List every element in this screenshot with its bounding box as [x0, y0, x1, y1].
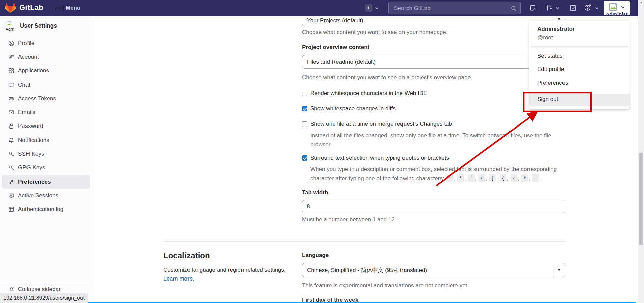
learn-more-link[interactable]: Learn more. — [163, 275, 194, 282]
sidebar-item-gpg-keys[interactable]: GPG Keys — [0, 161, 92, 175]
menu-item-preferences[interactable]: Preferences — [529, 78, 629, 90]
language-value: Chinese, Simplified - 简体中文 (95% translat… — [307, 266, 427, 274]
sidebar-item-label: Emails — [18, 109, 35, 116]
kbd-char: ` — [468, 174, 474, 182]
tab-width-input[interactable] — [302, 200, 565, 213]
sidebar-nav: Profile Account Applications Chat Access… — [0, 36, 92, 216]
sidebar-item-label: Notifications — [18, 137, 49, 144]
tab-width-label: Tab width — [302, 189, 328, 196]
chevron-down-icon[interactable] — [556, 7, 559, 10]
sidebar-item-active-sessions[interactable]: Active Sessions — [0, 189, 92, 202]
password-icon — [8, 123, 14, 129]
sidebar-item-label: Access Tokens — [18, 95, 56, 102]
avatar-username-text: Administ — [604, 11, 630, 15]
sidebar-item-applications[interactable]: Applications — [0, 64, 92, 78]
new-item-button[interactable]: + — [365, 4, 372, 12]
sidebar-title: User Settings — [20, 22, 57, 29]
menu-divider — [529, 91, 629, 91]
collapse-sidebar-label: Collapse sidebar — [18, 286, 61, 293]
project-overview-value: Files and Readme (default) — [307, 59, 376, 65]
render-whitespace-checkbox[interactable] — [302, 91, 307, 96]
menu-item-set-status[interactable]: Set status — [529, 51, 629, 63]
menu-item-edit-profile[interactable]: Edit profile — [529, 65, 629, 76]
sign-out-label: Sign out — [537, 96, 558, 103]
kbd-char: * — [521, 174, 528, 182]
sidebar-item-notifications[interactable]: Notifications — [0, 133, 92, 147]
broken-image-icon — [6, 21, 12, 27]
scrollbar-up-arrow[interactable]: ▲ — [638, 1, 644, 5]
authentication-log-icon — [8, 206, 14, 212]
todos-icon[interactable] — [570, 5, 576, 11]
one-file-at-a-time-label: Show one file at a time on merge request… — [310, 121, 452, 128]
sidebar-item-emails[interactable]: Emails — [0, 105, 92, 119]
user-handle: @root — [537, 34, 553, 41]
kbd-char: ' — [457, 174, 464, 182]
notification-dot — [589, 4, 591, 6]
sidebar-item-label: Profile — [18, 40, 34, 47]
sidebar-item-label: GPG Keys — [18, 164, 45, 171]
sidebar-item-password[interactable]: Password — [0, 119, 92, 133]
key-icon — [8, 151, 14, 157]
help-icon[interactable] — [584, 4, 591, 11]
project-overview-select[interactable]: Files and Readme (default) — [302, 55, 565, 69]
menu-item-sign-out[interactable]: Sign out — [529, 94, 629, 106]
chevron-down-icon[interactable] — [375, 7, 379, 10]
active-sessions-icon — [8, 193, 14, 199]
search-input[interactable] — [393, 4, 505, 13]
kbd-char: < — [511, 174, 517, 182]
show-whitespace-checkbox[interactable] — [302, 106, 307, 111]
one-file-at-a-time-checkbox[interactable] — [302, 121, 307, 127]
emails-icon — [8, 109, 14, 115]
localization-heading: Localization — [163, 251, 210, 260]
sidebar-item-label: Account — [18, 54, 39, 60]
surround-selection-checkbox[interactable] — [302, 155, 307, 161]
sidebar-item-profile[interactable]: Profile — [0, 36, 92, 50]
user-full-name: Administrator — [537, 26, 575, 32]
sidebar-item-chat[interactable]: Chat — [0, 78, 92, 92]
user-avatar: Adm — [4, 20, 16, 33]
sidebar-item-ssh-keys[interactable]: SSH Keys — [0, 147, 92, 161]
language-select[interactable]: Chinese, Simplified - 简体中文 (95% translat… — [302, 263, 565, 277]
surround-selection-label: Surround text selection when typing quot… — [310, 155, 449, 161]
chevron-down-icon[interactable] — [595, 7, 599, 10]
hamburger-menu-icon[interactable] — [55, 5, 62, 11]
account-icon — [8, 54, 14, 60]
gitlab-wordmark[interactable]: GitLab — [19, 3, 43, 12]
user-menu-button[interactable]: Administ — [604, 1, 630, 15]
sidebar-item-label: SSH Keys — [18, 151, 44, 157]
vertical-scrollbar[interactable]: ▲ — [638, 0, 644, 303]
sidebar-item-account[interactable]: Account — [0, 50, 92, 64]
show-whitespace-label: Show whitespace changes in diffs — [310, 105, 396, 112]
issues-icon[interactable] — [529, 5, 536, 11]
key-icon — [8, 165, 14, 171]
sidebar-item-access-tokens[interactable]: Access Tokens — [0, 92, 92, 105]
chevron-double-left-icon — [9, 287, 15, 292]
kbd-char: " — [446, 174, 453, 182]
broken-image-icon — [608, 2, 618, 12]
project-overview-help-text: Choose what content you want to see on a… — [302, 74, 472, 81]
kbd-char: _ — [532, 174, 539, 182]
tab-width-help-text: Must be a number between 1 and 12 — [302, 216, 395, 223]
gitlab-logo[interactable] — [4, 2, 16, 13]
sidebar-item-label: Active Sessions — [18, 192, 58, 199]
homepage-content-value: Your Projects (default) — [307, 17, 363, 24]
user-dropdown-menu: Administrator @root Set status Edit prof… — [529, 20, 629, 110]
sidebar-item-authentication-log[interactable]: Authentication log — [0, 203, 92, 216]
homepage-help-text: Choose what content you want to see on y… — [302, 29, 448, 36]
menu-button[interactable]: Menu — [66, 5, 80, 11]
collapse-sidebar-button[interactable]: Collapse sidebar — [9, 286, 61, 293]
project-overview-label: Project overview content — [302, 44, 369, 51]
kbd-char: { — [500, 174, 506, 182]
kbd-char: ( — [478, 174, 485, 182]
sidebar-item-label: Chat — [18, 82, 30, 88]
notifications-icon — [8, 137, 14, 143]
settings-sidebar: Adm User Settings Profile Account Applic… — [0, 16, 92, 303]
sidebar-item-label: Applications — [18, 67, 49, 74]
sidebar-item-preferences[interactable]: Preferences — [2, 175, 90, 189]
menu-divider — [529, 46, 629, 47]
scrollbar-thumb[interactable] — [639, 153, 643, 245]
profile-icon — [8, 40, 14, 46]
search-box[interactable] — [388, 2, 521, 14]
merge-requests-icon[interactable] — [546, 4, 552, 11]
chevron-down-icon — [621, 6, 625, 9]
